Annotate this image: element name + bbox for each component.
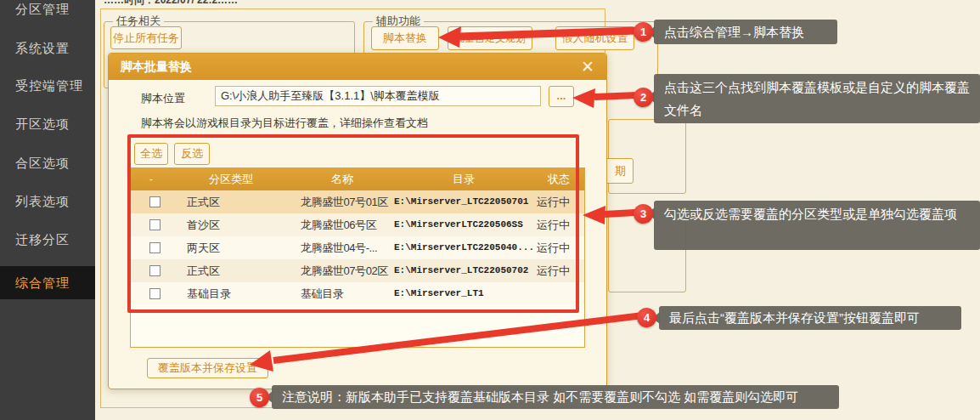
annotation-circle-3: 3 (634, 204, 653, 224)
annotation-circle-1: 1 (634, 22, 653, 42)
clipped-topbar-text: ……时间：2022/07/ 22:2…… (104, 0, 460, 6)
script-path-input[interactable] (215, 86, 541, 106)
annotation-circle-5: 5 (250, 388, 269, 407)
annotation-banner-4: 最后点击“覆盖版本并保存设置”按钮覆盖即可 (659, 306, 961, 330)
browse-button[interactable]: ... (549, 86, 574, 107)
sidebar-item-comprehensive-manage[interactable]: 综合管理 (0, 266, 95, 299)
app-window: 分区管理 系统设置 受控端管理 开区选项 合区选项 列表选项 迁移分区 综合管理… (0, 0, 980, 420)
sidebar-item-merge-options[interactable]: 合区选项 (0, 150, 95, 176)
stop-all-tasks-button[interactable]: 停止所有任务 (110, 26, 182, 49)
sidebar-item-open-options[interactable]: 开区选项 (0, 111, 95, 137)
batch-custom-plan-button[interactable]: 批量自定义规划 (448, 26, 532, 50)
script-replace-button[interactable]: 脚本替换 (371, 26, 439, 50)
dialog-header: 脚本批量替换 ✕ (109, 54, 606, 80)
annotation-banner-2: 点击这三个点找到脚本覆盖模板或是自定义的脚本覆盖文件名 (654, 74, 980, 123)
sidebar-item-list-options[interactable]: 列表选项 (0, 189, 95, 214)
red-highlight-rect (127, 134, 579, 313)
annotation-banner-3: 勾选或反选需要覆盖的分区类型或是单独勾选覆盖项 (654, 201, 980, 250)
sidebar-item-client-manage[interactable]: 受控端管理 (0, 73, 95, 99)
annotation-circle-4: 4 (637, 308, 656, 327)
annotation-banner-1: 点击综合管理→脚本替换 (654, 20, 837, 44)
dialog-title: 脚本批量替换 (121, 54, 192, 80)
partial-expiry-button[interactable]: 期 (605, 158, 634, 184)
apply-overwrite-save-button[interactable]: 覆盖版本并保存设置 (147, 358, 268, 378)
hint-text: 脚本将会以游戏根目录为目标进行覆盖，详细操作查看文档 (141, 116, 428, 131)
close-icon[interactable]: ✕ (581, 54, 594, 80)
dummy-random-settings-button[interactable]: 假人随机设置 (555, 26, 634, 50)
sidebar-item-migrate-partition[interactable]: 迁移分区 (0, 227, 95, 253)
script-location-label: 脚本位置 (141, 91, 185, 106)
sidebar: 分区管理 系统设置 受控端管理 开区选项 合区选项 列表选项 迁移分区 综合管理 (0, 0, 95, 420)
annotation-circle-2: 2 (634, 88, 653, 107)
sidebar-item-system-settings[interactable]: 系统设置 (0, 36, 95, 61)
sidebar-item-partition-manage[interactable]: 分区管理 (0, 0, 95, 22)
annotation-banner-5: 注意说明：新版本助手已支持覆盖基础版本目录 如不需要覆盖则不勾选 如需覆盖则勾选… (272, 385, 839, 409)
